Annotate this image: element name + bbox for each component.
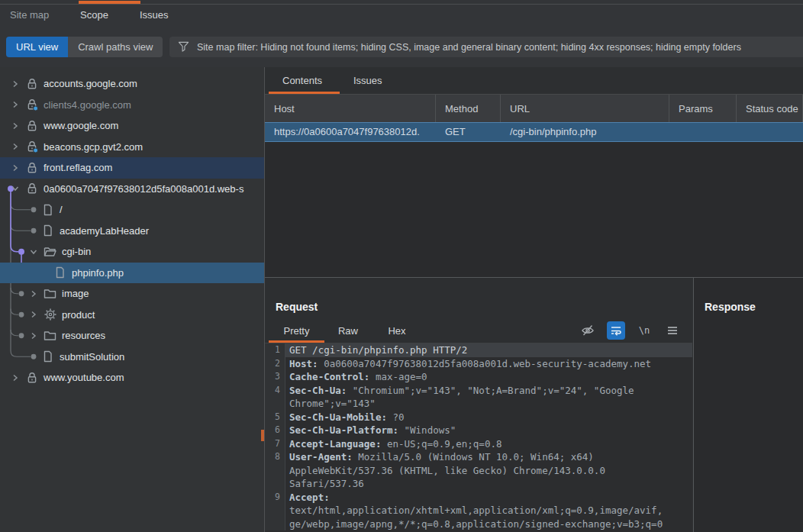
tree-item-phpinfo-php[interactable]: phpinfo.php <box>0 263 264 284</box>
lock-icon <box>26 78 38 90</box>
request-line-wrap: Safari/537.36 <box>265 477 692 491</box>
tree-item-label: cgi-bin <box>62 246 91 257</box>
tree-item-academylabheader[interactable]: academyLabHeader <box>0 221 264 242</box>
tab-raw[interactable]: Raw <box>336 321 360 342</box>
sitemap-filter-bar[interactable]: Site map filter: Hiding not found items;… <box>169 37 803 57</box>
tree-item-accounts-google-com[interactable]: accounts.google.com <box>0 73 264 95</box>
funnel-icon <box>178 41 189 53</box>
eye-hidden-icon[interactable] <box>579 321 597 340</box>
tree-item-resources[interactable]: resources <box>0 325 264 347</box>
tree-item-clients4-google-com[interactable]: clients4.google.com <box>0 95 264 116</box>
column-label: URL <box>510 103 530 114</box>
chevron-right-icon[interactable] <box>30 332 37 340</box>
chevron-right-icon[interactable] <box>11 122 19 130</box>
main-tab-underline <box>79 1 140 4</box>
request-line-6: 6Sec-Ch-Ua-Platform: "Windows" <box>265 424 692 437</box>
chevron-right-icon[interactable] <box>30 290 37 298</box>
editor-toolbar-icons: \n <box>579 320 682 341</box>
word-wrap-icon[interactable] <box>607 321 625 340</box>
line-content: Sec-Ch-Ua-Mobile: ?0 <box>285 411 692 424</box>
tree-item-front-reflag-com[interactable]: front.reflag.com <box>0 157 264 179</box>
tree-item-label: submitSolution <box>60 351 124 363</box>
lock-icon <box>26 372 38 384</box>
column-label: Host <box>274 103 295 114</box>
cell-host: https://0a0600a7047f97638012d. <box>265 123 436 141</box>
crawl-paths-view-button[interactable]: Crawl paths view <box>68 37 163 57</box>
file-icon <box>42 224 53 237</box>
tree-item--[interactable]: / <box>0 199 264 221</box>
tree-item-www-google-com[interactable]: www.google.com <box>0 115 264 137</box>
lock-icon <box>26 98 38 111</box>
column-header-url[interactable]: URL <box>501 95 669 123</box>
tree-item-image[interactable]: image <box>0 283 264 305</box>
line-content: Sec-Ch-Ua: "Chromium";v="143", "Not;A=Br… <box>285 384 692 398</box>
line-number: 6 <box>265 424 285 437</box>
tree-item-0a0600a7047f97638012d5fa008a001d-web-s[interactable]: 0a0600a7047f97638012d5fa008a001d.web-s <box>0 179 264 200</box>
table-header: HostMethodURLParamsStatus code <box>265 94 803 123</box>
line-content: User-Agent: Mozilla/5.0 (Windows NT 10.0… <box>285 450 692 464</box>
tree-item-product[interactable]: product <box>0 305 264 326</box>
request-line-4: 4Sec-Ch-Ua: "Chromium";v="143", "Not;A=B… <box>265 384 692 398</box>
line-number: 7 <box>265 437 285 451</box>
menu-icon[interactable] <box>663 321 682 340</box>
line-number <box>265 517 285 531</box>
line-content: Cache-Control: max-age=0 <box>285 370 692 384</box>
url-view-button[interactable]: URL view <box>6 37 68 57</box>
column-header-host[interactable]: Host <box>265 95 436 123</box>
line-number: 9 <box>265 491 285 505</box>
folder-icon <box>44 288 56 299</box>
table-empty-area[interactable] <box>265 142 803 277</box>
newline-icon[interactable]: \n <box>635 321 653 340</box>
line-number <box>265 477 285 491</box>
request-line-2: 2Host: 0a0600a7047f97638012d5fa008a001d.… <box>265 357 692 371</box>
tree-item-label: clients4.google.com <box>44 99 131 111</box>
table-row[interactable]: https://0a0600a7047f97638012d.GET/cgi-bi… <box>265 122 803 142</box>
chevron-right-icon[interactable] <box>11 101 19 108</box>
response-panel: Response <box>693 278 803 532</box>
tree-item-label: www.google.com <box>44 120 118 131</box>
tab-issues[interactable]: Issues <box>140 5 169 25</box>
line-content: Sec-Ch-Ua-Platform: "Windows" <box>285 424 692 437</box>
chevron-right-icon[interactable] <box>30 311 37 318</box>
tree-item-label: resources <box>62 330 105 341</box>
request-line-9: 9Accept: <box>265 491 692 505</box>
line-content: Accept: <box>285 491 692 505</box>
tree-item-www-youtube-com[interactable]: www.youtube.com <box>0 367 264 389</box>
sitemap-tree-panel[interactable]: accounts.google.com clients4.google.com … <box>0 67 265 532</box>
line-number: 5 <box>265 411 285 424</box>
chevron-right-icon[interactable] <box>11 164 19 172</box>
line-number <box>265 397 285 411</box>
request-title: Request <box>276 301 318 313</box>
lock-icon <box>26 182 38 195</box>
chevron-down-icon[interactable] <box>30 248 37 256</box>
tab-contents[interactable]: Contents <box>282 72 322 90</box>
chevron-right-icon[interactable] <box>11 374 19 382</box>
tree-item-label: image <box>62 288 89 299</box>
tree-item-cgi-bin[interactable]: cgi-bin <box>0 241 264 263</box>
tab-site-map[interactable]: Site map <box>10 5 49 25</box>
pretty-tab-underline <box>269 340 324 343</box>
request-editor[interactable]: 1GET /cgi-bin/phpinfo.php HTTP/22Host: 0… <box>265 343 692 532</box>
chevron-right-icon[interactable] <box>11 143 19 150</box>
line-content: GET /cgi-bin/phpinfo.php HTTP/2 <box>285 343 692 357</box>
line-content: Host: 0a0600a7047f97638012d5fa008a001d.w… <box>285 357 692 371</box>
line-number: 8 <box>265 450 285 464</box>
column-header-params[interactable]: Params <box>669 95 737 123</box>
chevron-down-icon[interactable] <box>11 185 19 192</box>
chevron-right-icon[interactable] <box>11 80 19 88</box>
tab-scope[interactable]: Scope <box>80 5 108 25</box>
tree-item-submitsolution[interactable]: submitSolution <box>0 347 264 368</box>
cell-method: GET <box>436 123 501 141</box>
file-icon <box>42 204 53 216</box>
folder-icon <box>44 330 56 341</box>
line-content: Chrome";v="143" <box>285 397 692 411</box>
tree-item-beacons-gcp-gvt2-com[interactable]: beacons.gcp.gvt2.com <box>0 137 264 158</box>
column-header-method[interactable]: Method <box>436 95 501 123</box>
tree-item-label: product <box>62 309 95 321</box>
request-line-8: 8User-Agent: Mozilla/5.0 (Windows NT 10.… <box>265 450 692 464</box>
column-header-status-code[interactable]: Status code <box>737 95 803 123</box>
tab-contents-issues[interactable]: Issues <box>353 72 382 90</box>
line-number <box>265 504 285 517</box>
tab-hex[interactable]: Hex <box>385 321 408 342</box>
tab-pretty[interactable]: Pretty <box>276 321 317 342</box>
